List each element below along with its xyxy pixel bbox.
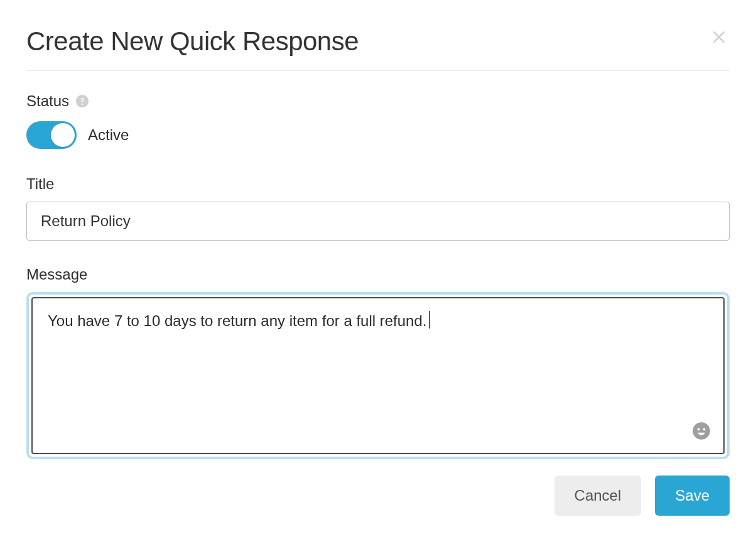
text-caret <box>429 311 430 329</box>
status-label: Status <box>26 92 69 110</box>
message-focus-ring: You have 7 to 10 days to return any item… <box>26 292 730 459</box>
close-icon <box>711 29 727 45</box>
close-button[interactable] <box>708 26 730 48</box>
svg-point-5 <box>703 428 705 431</box>
status-toggle[interactable] <box>26 121 77 149</box>
svg-point-4 <box>698 428 700 431</box>
toggle-knob <box>51 123 75 147</box>
title-section: Title <box>26 175 730 241</box>
message-text: You have 7 to 10 days to return any item… <box>48 312 426 329</box>
cancel-button[interactable]: Cancel <box>554 476 642 516</box>
status-section: Status Active <box>26 92 730 149</box>
status-toggle-row: Active <box>26 121 730 149</box>
status-toggle-label: Active <box>88 126 129 144</box>
create-quick-response-modal: Create New Quick Response Status Active <box>0 0 756 516</box>
svg-point-3 <box>693 422 710 440</box>
title-label: Title <box>26 175 730 193</box>
title-input[interactable] <box>26 202 730 241</box>
modal-title: Create New Quick Response <box>26 26 359 57</box>
emoji-icon <box>692 421 711 440</box>
help-icon[interactable] <box>75 94 89 108</box>
status-label-row: Status <box>26 92 730 110</box>
message-section: Message You have 7 to 10 days to return … <box>26 266 730 459</box>
message-label: Message <box>26 266 730 283</box>
modal-header: Create New Quick Response <box>26 26 730 71</box>
message-textarea[interactable]: You have 7 to 10 days to return any item… <box>31 297 725 454</box>
emoji-picker-button[interactable] <box>691 420 712 442</box>
save-button[interactable]: Save <box>655 476 730 516</box>
modal-footer: Cancel Save <box>26 476 730 516</box>
